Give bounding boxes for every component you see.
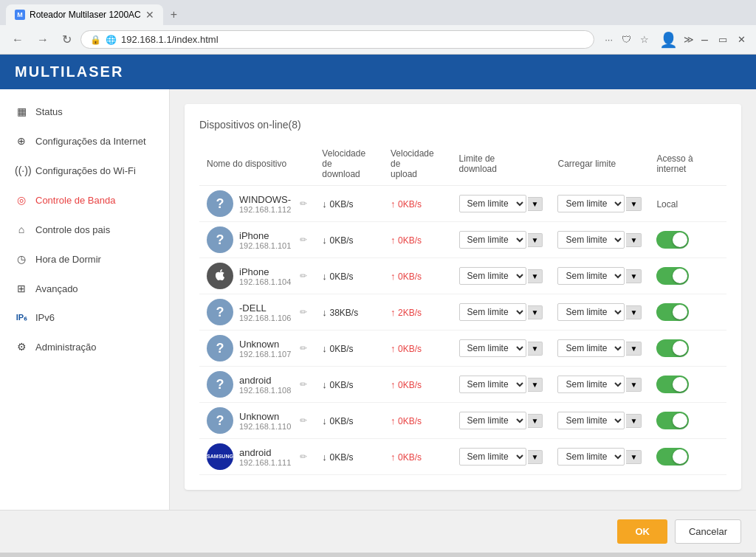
limit-down-select-7[interactable]: Sem limite <box>459 412 526 429</box>
limit-down-arrow-6[interactable]: ▼ <box>528 378 543 392</box>
edit-icon-1[interactable]: ✏ <box>300 198 307 209</box>
limit-down-arrow-7[interactable]: ▼ <box>528 414 543 428</box>
device-ip-4: 192.168.1.106 <box>239 314 291 322</box>
toggle-internet-3[interactable] <box>656 267 689 285</box>
limit-down-arrow-3[interactable]: ▼ <box>528 269 543 283</box>
new-tab-button[interactable]: + <box>163 5 185 24</box>
limit-up-select-7[interactable]: Sem limite <box>557 412 625 429</box>
limit-down-arrow-8[interactable]: ▼ <box>528 450 543 464</box>
download-speed-5: ↓ 0KB/s <box>315 331 383 367</box>
limit-up-arrow-6[interactable]: ▼ <box>626 378 642 392</box>
edit-icon-2[interactable]: ✏ <box>300 235 307 245</box>
shield-button[interactable]: 🛡 <box>619 32 634 46</box>
app-header: MULTILASER <box>0 55 756 89</box>
device-info-5: Unknown 192.168.1.107 <box>239 339 291 359</box>
restore-button[interactable]: ▭ <box>715 34 730 45</box>
limit-down-cell-4: Sem limite ▼ <box>452 294 551 331</box>
edit-icon-3[interactable]: ✏ <box>300 271 307 281</box>
tab-close-button[interactable]: ✕ <box>145 9 154 21</box>
forward-button[interactable]: → <box>32 30 53 49</box>
device-name-cell-1: ? WINDOWS- 192.168.1.112 ✏ <box>199 186 315 222</box>
device-ip-8: 192.168.1.111 <box>239 458 291 467</box>
device-name-1: WINDOWS- <box>239 194 291 205</box>
active-tab[interactable]: Roteador Multilaser 1200AC ✕ <box>6 4 163 25</box>
limit-up-select-2[interactable]: Sem limite <box>557 231 625 249</box>
edit-icon-7[interactable]: ✏ <box>300 415 307 426</box>
limit-up-select-1[interactable]: Sem limite <box>557 195 625 212</box>
limit-up-arrow-3[interactable]: ▼ <box>626 269 642 283</box>
back-button[interactable]: ← <box>7 30 28 49</box>
limit-up-select-8[interactable]: Sem limite <box>557 448 625 466</box>
device-icon-8: SAMSUNG <box>207 443 233 470</box>
limit-up-select-5[interactable]: Sem limite <box>557 339 625 357</box>
device-name-cell-8: SAMSUNG android 192.168.1.111 ✏ <box>199 439 315 475</box>
limit-up-arrow-4[interactable]: ▼ <box>626 305 642 319</box>
cancel-button[interactable]: Cancelar <box>675 519 741 544</box>
sidebar-item-administracao[interactable]: ⚙ Administração <box>0 332 169 361</box>
reload-button[interactable]: ↻ <box>58 30 76 49</box>
limit-up-select-3[interactable]: Sem limite <box>557 267 625 285</box>
extensions-button[interactable]: ≫ <box>684 34 694 45</box>
ipv6-icon: IP₆ <box>15 313 28 322</box>
ok-button[interactable]: OK <box>617 519 667 544</box>
limit-down-select-1[interactable]: Sem limite <box>459 195 526 212</box>
table-row: ? WINDOWS- 192.168.1.112 ✏ ↓ 0KB/s ↑ 0KB… <box>199 186 726 222</box>
toggle-internet-6[interactable] <box>656 376 689 393</box>
limit-down-arrow-4[interactable]: ▼ <box>528 305 543 319</box>
sidebar-item-hora-dormir[interactable]: ◷ Hora de Dormir <box>0 244 169 274</box>
limit-up-arrow-1[interactable]: ▼ <box>626 197 642 211</box>
footer-bar: OK Cancelar <box>0 510 756 553</box>
site-icon: 🌐 <box>106 35 117 45</box>
limit-down-select-4[interactable]: Sem limite <box>459 303 526 321</box>
limit-up-cell-4: Sem limite ▼ <box>550 294 649 331</box>
limit-down-select-5[interactable]: Sem limite <box>459 339 526 357</box>
edit-icon-4[interactable]: ✏ <box>300 307 307 317</box>
download-speed-4: ↓ 38KB/s <box>315 294 383 331</box>
sidebar-item-avancado[interactable]: ⊞ Avançado <box>0 274 169 303</box>
sidebar-item-ipv6[interactable]: IP₆ IPv6 <box>0 303 169 332</box>
sidebar-item-status[interactable]: ▦ Status <box>0 97 169 126</box>
limit-down-select-3[interactable]: Sem limite <box>459 267 526 285</box>
device-name-6: android <box>239 375 291 386</box>
edit-icon-6[interactable]: ✏ <box>300 379 307 390</box>
device-icon-7: ? <box>207 407 233 434</box>
sidebar-item-configuracoes-wifi[interactable]: ((·)) Configurações do Wi-Fi <box>0 156 169 185</box>
toggle-internet-8[interactable] <box>656 448 689 466</box>
close-window-button[interactable]: ✕ <box>735 34 749 45</box>
limit-up-select-4[interactable]: Sem limite <box>557 303 625 321</box>
limit-up-select-6[interactable]: Sem limite <box>557 376 625 393</box>
limit-down-select-8[interactable]: Sem limite <box>459 448 526 466</box>
toggle-internet-2[interactable] <box>656 231 689 249</box>
address-bar[interactable]: 🔒 🌐 192.168.1.1/index.html <box>80 30 594 49</box>
toggle-internet-5[interactable] <box>656 339 689 357</box>
toggle-internet-7[interactable] <box>656 412 689 429</box>
profile-button[interactable]: 👤 <box>659 31 678 49</box>
access-cell-7 <box>649 403 726 439</box>
star-button[interactable]: ☆ <box>637 32 652 46</box>
device-name-cell-5: ? Unknown 192.168.1.107 ✏ <box>199 331 315 367</box>
limit-down-select-6[interactable]: Sem limite <box>459 376 526 393</box>
limit-down-arrow-5[interactable]: ▼ <box>528 342 543 356</box>
toggle-internet-4[interactable] <box>656 303 689 321</box>
device-icon-2: ? <box>207 226 233 253</box>
sidebar-item-configuracoes-internet[interactable]: ⊕ Configurações da Internet <box>0 126 169 156</box>
more-button[interactable]: ··· <box>602 32 616 46</box>
limit-down-arrow-2[interactable]: ▼ <box>528 233 543 247</box>
limit-down-cell-1: Sem limite ▼ <box>452 186 551 222</box>
device-info-3: iPhone 192.168.1.104 <box>239 266 291 286</box>
sidebar-item-controle-pais[interactable]: ⌂ Controle dos pais <box>0 215 169 244</box>
limit-up-arrow-8[interactable]: ▼ <box>626 450 642 464</box>
minimize-button[interactable]: – <box>698 33 711 46</box>
sidebar-item-controle-banda[interactable]: ◎ Controle de Banda <box>0 185 169 215</box>
sidebar-label-administracao: Administração <box>35 342 96 353</box>
limit-up-arrow-2[interactable]: ▼ <box>626 233 642 247</box>
device-icon-3 <box>207 263 233 289</box>
limit-down-select-2[interactable]: Sem limite <box>459 231 526 249</box>
limit-down-arrow-1[interactable]: ▼ <box>528 197 543 211</box>
edit-icon-8[interactable]: ✏ <box>300 452 307 462</box>
limit-down-cell-3: Sem limite ▼ <box>452 258 551 294</box>
limit-up-arrow-5[interactable]: ▼ <box>626 342 642 356</box>
edit-icon-5[interactable]: ✏ <box>300 343 307 353</box>
limit-up-arrow-7[interactable]: ▼ <box>626 414 642 428</box>
col-upload: Velocidade deupload <box>383 142 452 186</box>
